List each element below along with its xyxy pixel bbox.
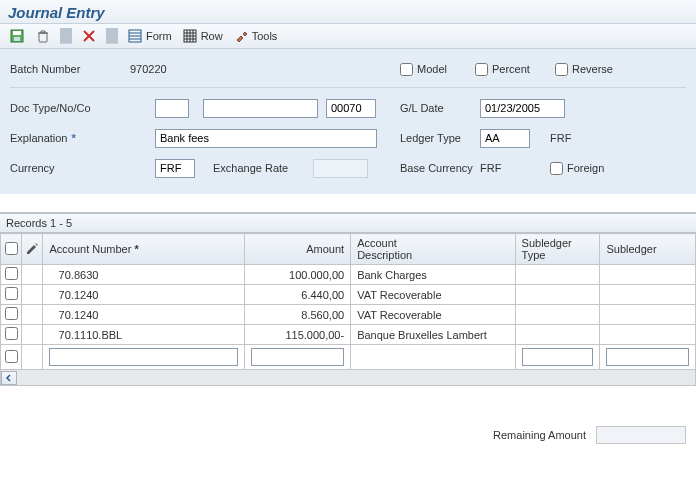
cell-subledger-type[interactable] — [515, 305, 600, 325]
cell-account-number[interactable]: 70.1110.BBL — [43, 325, 245, 345]
cell-account-desc[interactable]: Banque Bruxelles Lambert — [351, 325, 515, 345]
cell-account-desc[interactable]: VAT Recoverable — [351, 305, 515, 325]
account-number-input[interactable] — [49, 348, 238, 366]
base-currency-value: FRF — [480, 162, 550, 174]
cell-subledger-type[interactable] — [515, 265, 600, 285]
reverse-checkbox-input[interactable] — [555, 63, 568, 76]
ledger-type-input[interactable] — [480, 129, 530, 148]
cell-account-number-input[interactable] — [43, 345, 245, 370]
cell-account-number[interactable]: 70.1240 — [43, 305, 245, 325]
table-row[interactable]: 70.8630100.000,00Bank Charges — [1, 265, 696, 285]
form-menu[interactable]: Form — [124, 27, 175, 45]
percent-checkbox[interactable]: Percent — [475, 63, 555, 76]
row-edit-cell[interactable] — [22, 285, 43, 305]
row-menu[interactable]: Row — [179, 27, 226, 45]
row-edit-cell[interactable] — [22, 305, 43, 325]
page-title: Journal Entry — [0, 0, 696, 24]
scrollbar-track[interactable] — [17, 371, 695, 385]
table-row[interactable]: 70.12408.560,00VAT Recoverable — [1, 305, 696, 325]
explanation-input[interactable] — [155, 129, 377, 148]
cell-subledger-input[interactable] — [600, 345, 696, 370]
reverse-checkbox-label: Reverse — [572, 63, 613, 75]
cell-amount[interactable]: 115.000,00- — [245, 325, 351, 345]
cell-amount-input[interactable] — [245, 345, 351, 370]
explanation-label: Explanation* — [10, 132, 155, 144]
col-account-number[interactable]: Account Number * — [43, 234, 245, 265]
cell-subledger[interactable] — [600, 325, 696, 345]
tools-menu[interactable]: Tools — [230, 27, 281, 45]
cell-account-desc[interactable]: Bank Charges — [351, 265, 515, 285]
amount-input[interactable] — [251, 348, 344, 366]
doc-co-input[interactable] — [326, 99, 376, 118]
save-button[interactable] — [6, 27, 28, 45]
row-checkbox[interactable] — [5, 307, 18, 320]
cancel-button[interactable] — [78, 27, 100, 45]
exchange-rate-input[interactable] — [313, 159, 368, 178]
toolbar-separator — [106, 28, 118, 44]
doc-type-input[interactable] — [155, 99, 189, 118]
tools-menu-label: Tools — [252, 30, 278, 42]
table-row[interactable]: 70.1110.BBL115.000,00-Banque Bruxelles L… — [1, 325, 696, 345]
cell-subledger-type[interactable] — [515, 285, 600, 305]
horizontal-scrollbar[interactable] — [0, 370, 696, 386]
col-subledger-type[interactable]: Subledger Type — [515, 234, 600, 265]
foreign-checkbox[interactable]: Foreign — [550, 162, 604, 175]
row-menu-label: Row — [201, 30, 223, 42]
row-edit-cell[interactable] — [22, 265, 43, 285]
row-edit-cell[interactable] — [22, 325, 43, 345]
col-account-desc[interactable]: Account Description — [351, 234, 515, 265]
svg-rect-1 — [13, 31, 21, 35]
data-grid: Account Number * Amount Account Descript… — [0, 233, 696, 370]
cell-subledger[interactable] — [600, 305, 696, 325]
gl-date-input[interactable] — [480, 99, 565, 118]
table-input-row[interactable] — [1, 345, 696, 370]
subledger-input[interactable] — [606, 348, 689, 366]
model-checkbox[interactable]: Model — [400, 63, 475, 76]
scroll-left-button[interactable] — [1, 371, 17, 385]
cell-subledger-type-input[interactable] — [515, 345, 600, 370]
cell-amount[interactable]: 6.440,00 — [245, 285, 351, 305]
foreign-checkbox-input[interactable] — [550, 162, 563, 175]
col-subledger[interactable]: Subledger — [600, 234, 696, 265]
currency-label: Currency — [10, 162, 155, 174]
select-all-header[interactable] — [1, 234, 22, 265]
cell-amount[interactable]: 8.560,00 — [245, 305, 351, 325]
subledger-type-input[interactable] — [522, 348, 594, 366]
currency-input[interactable] — [155, 159, 195, 178]
cell-account-number[interactable]: 70.8630 — [43, 265, 245, 285]
svg-rect-2 — [14, 37, 20, 41]
percent-checkbox-label: Percent — [492, 63, 530, 75]
delete-button[interactable] — [32, 27, 54, 45]
edit-col-header[interactable] — [22, 234, 43, 265]
cell-amount[interactable]: 100.000,00 — [245, 265, 351, 285]
ledger-type-extra: FRF — [550, 132, 571, 144]
cell-subledger-type[interactable] — [515, 325, 600, 345]
model-checkbox-input[interactable] — [400, 63, 413, 76]
row-checkbox[interactable] — [5, 327, 18, 340]
required-star-icon: * — [72, 132, 76, 144]
records-count: Records 1 - 5 — [0, 213, 696, 233]
save-icon — [9, 28, 25, 44]
cell-subledger[interactable] — [600, 265, 696, 285]
row-checkbox[interactable] — [5, 350, 18, 363]
foreign-checkbox-label: Foreign — [567, 162, 604, 174]
batch-number-value: 970220 — [130, 63, 167, 75]
ledger-type-label: Ledger Type — [400, 132, 480, 144]
row-edit-cell[interactable] — [22, 345, 43, 370]
toolbar-separator — [60, 28, 72, 44]
reverse-checkbox[interactable]: Reverse — [555, 63, 613, 76]
row-checkbox[interactable] — [5, 267, 18, 280]
cell-subledger[interactable] — [600, 285, 696, 305]
table-row[interactable]: 70.12406.440,00VAT Recoverable — [1, 285, 696, 305]
remaining-amount-value — [596, 426, 686, 444]
cell-account-desc[interactable]: VAT Recoverable — [351, 285, 515, 305]
select-all-checkbox[interactable] — [5, 242, 18, 255]
percent-checkbox-input[interactable] — [475, 63, 488, 76]
cell-account-desc-input[interactable] — [351, 345, 515, 370]
base-currency-label: Base Currency — [400, 162, 480, 174]
gl-date-label: G/L Date — [400, 102, 480, 114]
row-checkbox[interactable] — [5, 287, 18, 300]
doc-no-input[interactable] — [203, 99, 318, 118]
cell-account-number[interactable]: 70.1240 — [43, 285, 245, 305]
col-amount[interactable]: Amount — [245, 234, 351, 265]
